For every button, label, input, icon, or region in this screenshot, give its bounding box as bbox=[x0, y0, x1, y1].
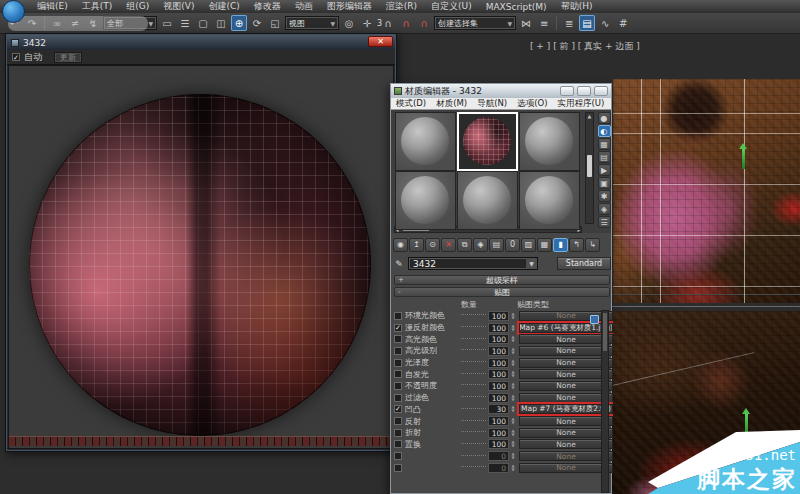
sample-slot[interactable] bbox=[519, 171, 580, 230]
amount-spinner[interactable]: ▲▼ bbox=[509, 358, 517, 368]
align-icon[interactable]: ≡ bbox=[536, 15, 552, 31]
menu-item-组(G)[interactable]: 组(G) bbox=[119, 0, 156, 13]
map-slot-button[interactable]: None bbox=[519, 439, 613, 449]
menu-item-工具(T)[interactable]: 工具(T) bbox=[75, 0, 120, 13]
maximize-button[interactable] bbox=[577, 86, 591, 96]
map-enable-checkbox[interactable]: ✓ bbox=[394, 324, 402, 332]
amount-spinner[interactable]: ▲▼ bbox=[509, 311, 517, 321]
map-slot-button[interactable]: None bbox=[519, 428, 613, 438]
chevron-down-icon[interactable]: ▼ bbox=[526, 258, 537, 269]
go-to-parent-icon[interactable]: ↰ bbox=[569, 238, 584, 252]
close-icon[interactable] bbox=[594, 86, 608, 96]
me-menu-导航(N)[interactable]: 导航(N) bbox=[472, 98, 512, 110]
viewport-label[interactable]: [ + ] [ 前 ] [ 真实 + 边面 ] bbox=[530, 40, 640, 53]
map-amount-field[interactable]: 100 bbox=[488, 428, 509, 438]
amount-spinner[interactable]: ▲▼ bbox=[509, 346, 517, 356]
map-slot-button[interactable]: None bbox=[519, 358, 613, 368]
map-slot-button[interactable]: None bbox=[519, 393, 613, 403]
amount-spinner[interactable]: ▲▼ bbox=[509, 439, 517, 449]
mirror-icon[interactable]: ⋈ bbox=[518, 15, 534, 31]
show-background-icon[interactable]: ▨ bbox=[521, 238, 536, 252]
menu-item-渲染(R)[interactable]: 渲染(R) bbox=[379, 0, 424, 13]
menu-item-自定义(U)[interactable]: 自定义(U) bbox=[424, 0, 479, 13]
go-forward-to-sibling-icon[interactable]: ↳ bbox=[585, 238, 600, 252]
select-and-rotate-icon[interactable]: ⟳ bbox=[249, 15, 265, 31]
map-enable-checkbox[interactable] bbox=[394, 417, 402, 425]
put-material-icon[interactable]: ↥ bbox=[409, 238, 424, 252]
map-amount-field[interactable]: 0 bbox=[488, 451, 509, 461]
select-and-scale-icon[interactable]: ◱ bbox=[267, 15, 283, 31]
show-end-result-icon[interactable]: ▮ bbox=[553, 238, 568, 252]
amount-spinner[interactable]: ▲▼ bbox=[509, 451, 517, 461]
menu-item-编辑(E)[interactable]: 编辑(E) bbox=[30, 0, 75, 13]
slots-vertical-scrollbar[interactable]: ▲ bbox=[585, 112, 594, 224]
amount-spinner[interactable]: ▲▼ bbox=[509, 404, 517, 414]
amount-spinner[interactable]: ▲▼ bbox=[509, 393, 517, 403]
select-and-move-icon[interactable]: ⊕ bbox=[231, 15, 247, 31]
map-slot-button[interactable]: Map #7 (马赛克材质2.tif) bbox=[519, 404, 613, 414]
schematic-view-icon[interactable]: # bbox=[615, 15, 631, 31]
material-map-navigator-icon[interactable]: ☰ bbox=[598, 216, 611, 228]
menu-item-MAXScript(M)[interactable]: MAXScript(M) bbox=[479, 2, 554, 12]
sample-slot[interactable] bbox=[395, 171, 456, 230]
map-enable-checkbox[interactable] bbox=[394, 312, 402, 320]
select-object-icon[interactable]: ▭ bbox=[159, 15, 175, 31]
select-and-manipulate-icon[interactable]: ✛ bbox=[359, 15, 375, 31]
make-preview-icon[interactable]: ▣ bbox=[598, 177, 611, 189]
map-enable-checkbox[interactable] bbox=[394, 335, 402, 343]
put-to-library-icon[interactable]: ▤ bbox=[489, 238, 504, 252]
me-menu-材质(M)[interactable]: 材质(M) bbox=[431, 98, 472, 110]
menu-item-创建(C)[interactable]: 创建(C) bbox=[201, 0, 246, 13]
percent-snap-icon[interactable]: ∩ bbox=[416, 15, 432, 31]
map-amount-field[interactable]: 100 bbox=[488, 416, 509, 426]
menu-item-帮助(H)[interactable]: 帮助(H) bbox=[554, 0, 600, 13]
sample-type-icon[interactable]: ● bbox=[598, 112, 611, 124]
use-pivot-center-icon[interactable]: ◎ bbox=[341, 15, 357, 31]
layer-manager-icon[interactable]: ≣ bbox=[561, 15, 577, 31]
lock-ambient-diffuse-button[interactable] bbox=[590, 315, 599, 324]
map-slot-button[interactable]: None bbox=[519, 463, 613, 473]
material-name-dropdown[interactable]: 3432 ▼ bbox=[408, 257, 538, 270]
map-amount-field[interactable]: 100 bbox=[488, 369, 509, 379]
map-amount-field[interactable]: 100 bbox=[488, 439, 509, 449]
amount-spinner[interactable]: ▲▼ bbox=[509, 428, 517, 438]
ribbon-toggle-icon[interactable]: ▤ bbox=[579, 15, 595, 31]
reset-map-icon[interactable]: ✕ bbox=[441, 238, 456, 252]
curve-editor-icon[interactable]: ∿ bbox=[597, 15, 613, 31]
front-viewport-texture-image[interactable] bbox=[613, 79, 800, 303]
close-button[interactable]: ✕ bbox=[368, 36, 393, 47]
assign-material-to-selection-icon[interactable]: ⊙ bbox=[425, 238, 440, 252]
auto-checkbox[interactable]: ✓ bbox=[12, 53, 20, 61]
map-amount-field[interactable]: 0 bbox=[488, 463, 509, 473]
map-slot-button[interactable]: None bbox=[519, 416, 613, 426]
amount-spinner[interactable]: ▲▼ bbox=[509, 463, 517, 473]
map-slot-button[interactable]: None bbox=[519, 451, 613, 461]
map-slot-button[interactable]: None bbox=[519, 381, 613, 391]
minimize-button[interactable] bbox=[560, 86, 574, 96]
map-enable-checkbox[interactable] bbox=[394, 347, 402, 355]
map-enable-checkbox[interactable] bbox=[394, 452, 402, 460]
backlight-icon[interactable]: ◐ bbox=[598, 125, 611, 137]
update-button[interactable]: 更新 bbox=[54, 52, 82, 63]
reference-coordinate-dropdown[interactable]: 视图▼ bbox=[285, 16, 339, 30]
render-window-titlebar[interactable]: 3432 bbox=[7, 35, 395, 50]
map-enable-checkbox[interactable] bbox=[394, 370, 402, 378]
map-slot-button[interactable]: None bbox=[519, 346, 613, 356]
menu-item-动画[interactable]: 动画 bbox=[288, 0, 320, 13]
axis-gizmo[interactable] bbox=[742, 149, 745, 169]
menu-item-修改器[interactable]: 修改器 bbox=[247, 0, 288, 13]
material-type-button[interactable]: Standard bbox=[557, 257, 611, 270]
map-amount-field[interactable]: 100 bbox=[488, 358, 509, 368]
sample-slot[interactable] bbox=[395, 112, 456, 171]
menu-item-视图(V)[interactable]: 视图(V) bbox=[156, 0, 201, 13]
window-crossing-icon[interactable]: ◫ bbox=[213, 15, 229, 31]
video-color-check-icon[interactable]: ▶ bbox=[598, 164, 611, 176]
map-amount-field[interactable]: 100 bbox=[488, 323, 509, 333]
map-enable-checkbox[interactable] bbox=[394, 464, 402, 472]
get-material-icon[interactable]: ◉ bbox=[393, 238, 408, 252]
options-icon[interactable]: ✱ bbox=[598, 190, 611, 202]
map-slot-button[interactable]: None bbox=[519, 334, 613, 344]
amount-spinner[interactable]: ▲▼ bbox=[509, 323, 517, 333]
sample-slot-selected[interactable] bbox=[457, 112, 518, 171]
map-amount-field[interactable]: 100 bbox=[488, 334, 509, 344]
